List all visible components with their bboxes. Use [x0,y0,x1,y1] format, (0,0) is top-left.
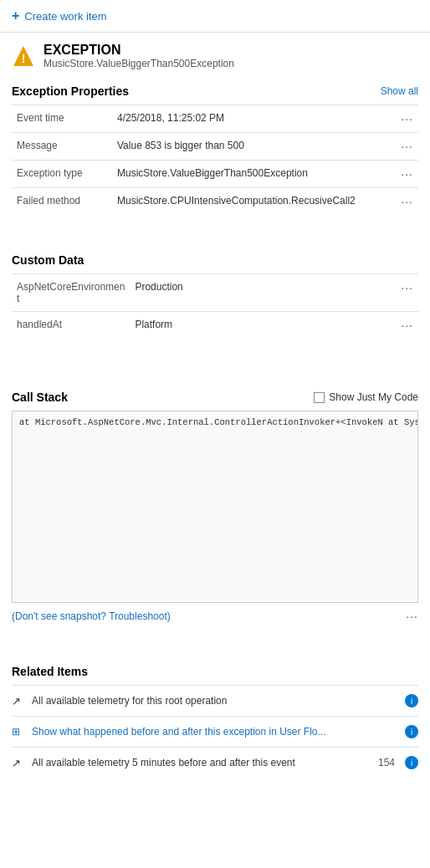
prop-value-handledat: Platform [130,312,396,340]
prop-menu-message[interactable]: ··· [396,133,418,161]
custom-data-title: Custom Data [12,253,84,267]
related-item-label: All available telemetry 5 minutes before… [32,757,371,768]
plus-icon: + [12,8,19,23]
table-row: Exception type MusicStore.ValueBiggerTha… [12,161,418,188]
prop-name-failed-method: Failed method [12,188,112,216]
exception-properties-section: Exception Properties Show all Event time… [0,73,430,215]
exception-title-block: EXCEPTION MusicStore.ValueBiggerThan500E… [44,43,234,69]
prop-value-event-time: 4/25/2018, 11:25:02 PM [112,105,396,133]
related-items-header: Related Items [12,665,418,678]
show-just-code-toggle[interactable]: Show Just My Code [314,391,418,403]
prop-value-aspnet: Production [130,274,396,312]
snapshot-link[interactable]: (Don't see snapshot? Troubleshoot) [12,610,171,622]
prop-name-message: Message [12,133,112,161]
related-items-section: Related Items ↗ All available telemetry … [0,653,430,778]
prop-name-handledat: handledAt [12,312,130,340]
custom-data-table: AspNetCoreEnvironmen t Production ··· ha… [12,273,418,339]
custom-data-header: Custom Data [12,253,418,267]
related-item-count: 154 [378,757,395,768]
prop-menu-aspnet[interactable]: ··· [396,274,418,312]
prop-value-message: Value 853 is bigger than 500 [112,133,396,161]
snapshot-menu[interactable]: ··· [406,610,418,623]
related-item-row[interactable]: ⊞ Show what happened before and after th… [12,716,418,747]
exception-title: EXCEPTION [44,43,234,58]
related-items-title: Related Items [12,665,88,678]
related-item-label: All available telemetry for this root op… [32,695,398,707]
info-icon: i [405,694,418,707]
snapshot-footer: (Don't see snapshot? Troubleshoot) ··· [0,603,430,623]
related-item-label: Show what happened before and after this… [32,726,398,738]
prop-name-exception-type: Exception type [12,161,112,188]
prop-menu-handledat[interactable]: ··· [396,312,418,340]
arrow-icon: ↗ [12,695,25,707]
prop-value-failed-method: MusicStore.CPUIntensiveComputation.Recus… [112,188,396,216]
arrow-icon: ↗ [12,757,25,769]
related-item-row[interactable]: ↗ All available telemetry 5 minutes befo… [12,747,418,778]
create-work-item-bar[interactable]: + Create work item [0,0,430,33]
prop-menu-event-time[interactable]: ··· [396,105,418,133]
show-all-link[interactable]: Show all [381,85,418,97]
warning-icon: ! [12,44,35,68]
create-work-item-label[interactable]: Create work item [24,10,106,23]
svg-text:!: ! [22,52,26,65]
prop-menu-failed-method[interactable]: ··· [396,188,418,216]
prop-name-event-time: Event time [12,105,112,133]
exception-properties-header: Exception Properties Show all [12,84,418,98]
show-just-code-checkbox[interactable] [314,392,325,403]
related-item-row[interactable]: ↗ All available telemetry for this root … [12,685,418,716]
custom-data-section: Custom Data AspNetCoreEnvironmen t Produ… [0,242,430,339]
exception-properties-table: Event time 4/25/2018, 11:25:02 PM ··· Me… [12,105,418,215]
prop-menu-exception-type[interactable]: ··· [396,161,418,188]
call-stack-content[interactable]: at Microsoft.AspNetCore.Mvc.Internal.Con… [12,411,418,603]
exception-header: ! EXCEPTION MusicStore.ValueBiggerThan50… [0,33,430,73]
call-stack-header: Call Stack Show Just My Code [12,391,418,404]
table-row: handledAt Platform ··· [12,312,418,340]
prop-value-exception-type: MusicStore.ValueBiggerThan500Exception [112,161,396,188]
info-icon: i [405,756,418,769]
call-stack-section: Call Stack Show Just My Code at Microsof… [0,379,430,603]
table-row: Failed method MusicStore.CPUIntensiveCom… [12,188,418,216]
prop-name-aspnet: AspNetCoreEnvironmen t [12,274,130,312]
call-stack-text: at Microsoft.AspNetCore.Mvc.Internal.Con… [19,417,418,427]
call-stack-title: Call Stack [12,391,68,404]
exception-properties-title: Exception Properties [12,84,129,98]
table-row: Event time 4/25/2018, 11:25:02 PM ··· [12,105,418,133]
exception-subtitle: MusicStore.ValueBiggerThan500Exception [44,58,234,69]
grid-icon: ⊞ [12,726,25,738]
info-icon: i [405,725,418,738]
table-row: Message Value 853 is bigger than 500 ··· [12,133,418,161]
show-just-code-label: Show Just My Code [329,391,418,403]
table-row: AspNetCoreEnvironmen t Production ··· [12,274,418,312]
